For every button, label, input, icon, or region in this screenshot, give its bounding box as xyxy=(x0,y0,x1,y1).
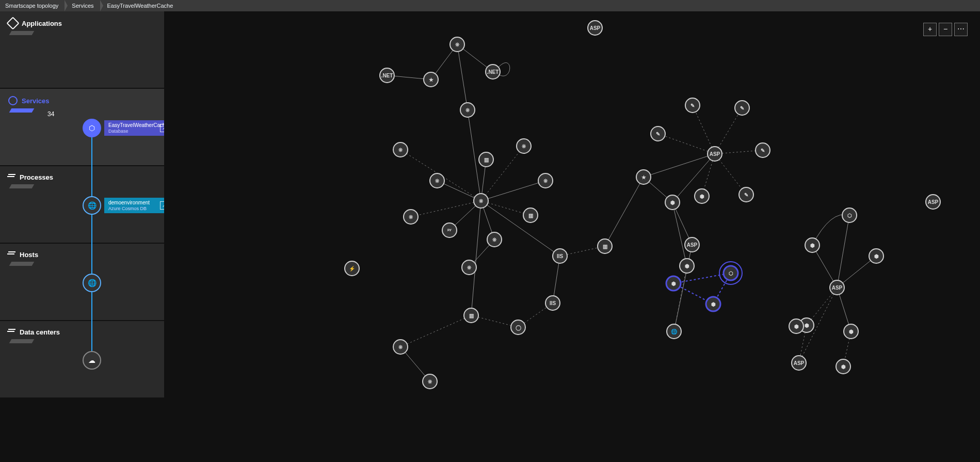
topology-node-icon: ❊ xyxy=(467,265,472,270)
topology-node-icon: .NET xyxy=(487,69,499,75)
topology-node-icon: ▥ xyxy=(469,313,474,318)
topology-node-icon: ⬢ xyxy=(810,243,815,248)
breadcrumb: Smartscape topology Services EasyTravelW… xyxy=(0,0,980,11)
topology-node-icon: ◯ xyxy=(516,325,521,331)
selected-datacenter-node[interactable]: ☁ xyxy=(83,351,101,370)
topology-edge xyxy=(658,134,715,154)
layer-datacenters-label: Data centers xyxy=(20,328,60,336)
topology-edge xyxy=(837,215,849,288)
topology-node-icon: ASP xyxy=(590,25,601,31)
topology-node-icon: ASP xyxy=(710,151,720,157)
topology-node-icon: ⬢ xyxy=(849,329,854,334)
topology-node-icon: ⬢ xyxy=(670,200,675,205)
breadcrumb-services[interactable]: Services xyxy=(69,0,100,11)
topology-node-icon: ⬢ xyxy=(685,263,689,269)
topology-node-icon: ⬡ xyxy=(847,213,852,218)
zoom-in-button[interactable]: + xyxy=(923,23,937,36)
layer-applications-label: Applications xyxy=(22,20,62,27)
process-callout-subtitle: Azure Cosmos DB xyxy=(108,206,158,212)
topology-node-icon: IIS xyxy=(550,300,556,306)
topology-node-icon: ✎ xyxy=(656,131,660,137)
topology-node-icon: ⚡ xyxy=(349,265,356,272)
process-callout-title: demoenvironment xyxy=(108,200,158,206)
layer-underline xyxy=(9,108,35,113)
breadcrumb-current: EasyTravelWeatherCache xyxy=(104,0,180,11)
topology-node-icon: ✎ xyxy=(690,103,695,108)
topology-node-icon: ❊ xyxy=(428,379,432,385)
topology-node-icon: ASP xyxy=(832,285,843,291)
layer-hosts-label: Hosts xyxy=(20,251,38,259)
layer-processes-label: Processes xyxy=(20,173,53,181)
topology-edge xyxy=(715,108,742,154)
topology-node-icon: ⬡ xyxy=(729,270,733,276)
layer-hosts[interactable]: Hosts 🌐 xyxy=(0,244,164,321)
topology-node-icon: ▥ xyxy=(484,157,489,163)
topology-node-icon: ❊ xyxy=(398,147,403,153)
topology-edge xyxy=(468,110,481,201)
service-callout[interactable]: EasyTravelWeatherCache Database ↗ xyxy=(104,120,170,136)
chevron-right-icon xyxy=(65,0,68,11)
topology-edge xyxy=(400,315,471,347)
layer-services[interactable]: Services 34 ⬡ EasyTravelWeatherCache Dat… xyxy=(0,89,164,166)
topology-edge xyxy=(673,273,731,283)
topology-edge xyxy=(471,201,481,315)
canvas-more-button[interactable]: ⋯ xyxy=(954,23,968,36)
topology-node-icon: ⬢ xyxy=(794,324,799,329)
layer-sidebar: Applications Services 34 ⬡ EasyTravelWea… xyxy=(0,11,164,462)
topology-node-icon: ★ xyxy=(641,174,646,180)
topology-node-icon: ⬢ xyxy=(711,301,716,307)
canvas-toolbox: + − ⋯ xyxy=(923,23,968,36)
layer-applications[interactable]: Applications xyxy=(0,11,164,89)
topology-node-icon: ❊ xyxy=(543,178,548,184)
topology-node-icon: ★ xyxy=(429,77,433,83)
topology-node-icon: ▥ xyxy=(528,213,533,218)
topology-node-icon: .NET xyxy=(381,73,393,78)
topology-node-icon: ⬢ xyxy=(671,281,676,286)
topology-node-icon: ❊ xyxy=(479,198,484,204)
zoom-out-button[interactable]: − xyxy=(939,23,952,36)
topology-node-icon: ❊ xyxy=(522,144,526,149)
topology-edge xyxy=(605,177,644,246)
service-callout-title: EasyTravelWeatherCache xyxy=(108,122,158,129)
topology-canvas[interactable]: + − ⋯ ❊★.NET.NET❊❊▥❊❊❊❊ᵖʸ❊▥❊IIS❊⚡IIS▥◯❊❊… xyxy=(164,11,980,462)
topology-node-icon: ⬢ xyxy=(874,253,879,259)
topology-node-icon: ❊ xyxy=(455,42,460,47)
hosts-icon xyxy=(8,251,15,259)
topology-edge xyxy=(644,154,715,177)
layer-underline xyxy=(9,339,35,343)
selected-host-node[interactable]: 🌐 xyxy=(83,274,101,292)
topology-node-icon: ✎ xyxy=(761,148,765,153)
layer-processes[interactable]: Processes 🌐 demoenvironment Azure Cosmos… xyxy=(0,166,164,244)
layer-services-label: Services xyxy=(22,97,50,105)
topology-edge xyxy=(481,201,560,256)
topology-graph[interactable]: ❊★.NET.NET❊❊▥❊❊❊❊ᵖʸ❊▥❊IIS❊⚡IIS▥◯❊❊ASP✎✎✎… xyxy=(164,11,980,462)
layer-underline xyxy=(9,184,35,188)
topology-node-icon: ✎ xyxy=(740,105,744,111)
topology-node-icon: ❊ xyxy=(465,107,470,113)
topology-node-icon: ▥ xyxy=(603,244,607,249)
layer-underline xyxy=(9,262,35,266)
layer-datacenters[interactable]: Data centers ☁ xyxy=(0,321,164,399)
process-callout[interactable]: demoenvironment Azure Cosmos DB ↗ xyxy=(104,198,170,214)
topology-node-icon: ❊ xyxy=(435,178,440,184)
topology-edge xyxy=(481,201,531,215)
services-icon xyxy=(6,94,19,107)
topology-node-icon: ⬢ xyxy=(805,323,809,328)
topology-node-icon: ASP xyxy=(794,360,805,366)
topology-edge xyxy=(457,44,468,110)
topology-node-icon: ❊ xyxy=(398,344,403,350)
topology-edge xyxy=(672,202,687,266)
layer-connection-line xyxy=(91,128,92,363)
services-count: 34 xyxy=(47,110,54,118)
topology-node-icon: IIS xyxy=(557,253,564,259)
topology-node-icon: ASP xyxy=(928,199,939,205)
topology-edge xyxy=(411,201,481,217)
topology-node-icon: ASP xyxy=(687,242,698,248)
selected-process-node[interactable]: 🌐 xyxy=(83,196,101,215)
topology-node-icon: 🌐 xyxy=(671,328,678,335)
selected-service-node[interactable]: ⬡ xyxy=(83,119,101,137)
breadcrumb-root[interactable]: Smartscape topology xyxy=(2,0,65,11)
topology-node-icon: ⬢ xyxy=(700,194,704,199)
topology-edge xyxy=(693,105,715,154)
applications-icon xyxy=(6,17,19,29)
